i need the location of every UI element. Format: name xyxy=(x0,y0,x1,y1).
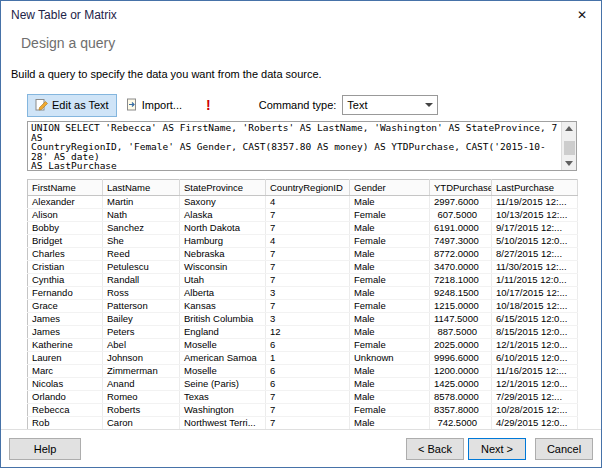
scrollbar-thumb[interactable] xyxy=(564,141,575,155)
cell-stateprovince: Moselle xyxy=(180,365,266,378)
cell-gender: Male xyxy=(350,417,430,430)
cell-gender: Male xyxy=(350,365,430,378)
cell-ytdpurchase: 2025.0000 xyxy=(430,339,492,352)
scroll-up-icon[interactable] xyxy=(565,126,573,131)
cell-gender: Female xyxy=(350,274,430,287)
cell-lastpurchase: 12/1/2015 12:0... xyxy=(492,378,578,391)
column-header-stateprovince[interactable]: StateProvince xyxy=(180,180,266,196)
cell-stateprovince: Utah xyxy=(180,274,266,287)
table-row[interactable]: CynthiaRandallUtah7Female7218.10001/11/2… xyxy=(28,274,578,287)
cell-lastname: Ross xyxy=(103,287,180,300)
table-row[interactable]: LaurenJohnsonAmerican Samoa1Unknown9996.… xyxy=(28,352,578,365)
cell-countryregionid: 7 xyxy=(266,391,350,404)
cell-stateprovince: Kansas xyxy=(180,300,266,313)
column-header-lastpurchase[interactable]: LastPurchase xyxy=(492,180,578,196)
cell-gender: Male xyxy=(350,222,430,235)
cell-lastpurchase: 12/1/2015 12:0... xyxy=(492,339,578,352)
cell-lastpurchase: 11/30/2015 12:... xyxy=(492,261,578,274)
cell-ytdpurchase: 1425.0000 xyxy=(430,378,492,391)
scroll-down-icon[interactable] xyxy=(565,161,573,166)
cell-countryregionid: 7 xyxy=(266,222,350,235)
table-row[interactable]: CristianPetulescuWisconsin7Male3470.0000… xyxy=(28,261,578,274)
table-row[interactable]: BobbySanchezNorth Dakota7Male6191.00009/… xyxy=(28,222,578,235)
cell-lastpurchase: 7/29/2015 12:... xyxy=(492,391,578,404)
new-table-or-matrix-dialog: New Table or Matrix ✕ Design a query Bui… xyxy=(0,0,602,468)
cell-countryregionid: 6 xyxy=(266,339,350,352)
edit-as-text-button[interactable]: Edit as Text xyxy=(27,94,117,117)
cell-countryregionid: 1 xyxy=(266,352,350,365)
footer: Help < Back Next > Cancel xyxy=(1,429,601,467)
cell-ytdpurchase: 2997.6000 xyxy=(430,196,492,209)
table-row[interactable]: RobCaronNorthwest Terri...7Male742.50004… xyxy=(28,417,578,430)
table-row[interactable]: NicolasAnandSeine (Paris)6Male1425.00001… xyxy=(28,378,578,391)
cell-firstname: Cynthia xyxy=(28,274,103,287)
cell-lastpurchase: 10/17/2015 12:... xyxy=(492,287,578,300)
column-header-lastname[interactable]: LastName xyxy=(103,180,180,196)
next-button[interactable]: Next > xyxy=(468,438,526,460)
query-text[interactable]: UNION SELECT 'Rebecca' AS FirstName, 'Ro… xyxy=(28,122,561,170)
command-type-value: Text xyxy=(347,99,367,111)
table-row[interactable]: KatherineAbelMoselle6Female2025.000012/1… xyxy=(28,339,578,352)
table-row[interactable]: RebeccaRobertsWashington7Female8357.8000… xyxy=(28,404,578,417)
cell-stateprovince: Northwest Terri... xyxy=(180,417,266,430)
cell-lastname: Sanchez xyxy=(103,222,180,235)
cell-stateprovince: Wisconsin xyxy=(180,261,266,274)
cell-gender: Male xyxy=(350,287,430,300)
table-row[interactable]: CharlesReedNebraska7Male8772.00008/27/20… xyxy=(28,248,578,261)
cell-gender: Male xyxy=(350,248,430,261)
grid-header-row: FirstNameLastNameStateProvinceCountryReg… xyxy=(28,180,578,196)
import-button[interactable]: Import... xyxy=(117,94,190,117)
cell-countryregionid: 7 xyxy=(266,300,350,313)
table-row[interactable]: GracePattersonKansas7Female1215.000010/1… xyxy=(28,300,578,313)
cell-lastname: She xyxy=(103,235,180,248)
help-button[interactable]: Help xyxy=(9,438,81,460)
cell-countryregionid: 12 xyxy=(266,326,350,339)
column-header-firstname[interactable]: FirstName xyxy=(28,180,103,196)
command-type-select[interactable]: Text xyxy=(342,95,438,115)
cell-stateprovince: Alaska xyxy=(180,209,266,222)
table-row[interactable]: AlisonNathAlaska7Female607.500010/13/201… xyxy=(28,209,578,222)
table-row[interactable]: AlexanderMartinSaxony4Male2997.600011/19… xyxy=(28,196,578,209)
cell-gender: Female xyxy=(350,209,430,222)
edit-as-text-label: Edit as Text xyxy=(52,99,109,111)
cell-lastname: Martin xyxy=(103,196,180,209)
cell-ytdpurchase: 7218.1000 xyxy=(430,274,492,287)
run-query-icon[interactable]: ! xyxy=(200,97,217,113)
back-button[interactable]: < Back xyxy=(406,438,464,460)
cell-lastname: Nath xyxy=(103,209,180,222)
cell-lastpurchase: 8/15/2015 12:0... xyxy=(492,326,578,339)
cell-lastpurchase: 8/27/2015 12:... xyxy=(492,248,578,261)
table-row[interactable]: OrlandoRomeoTexas7Male8578.00007/29/2015… xyxy=(28,391,578,404)
cell-ytdpurchase: 607.5000 xyxy=(430,209,492,222)
cell-lastpurchase: 1/11/2015 12:0... xyxy=(492,274,578,287)
cell-gender: Female xyxy=(350,404,430,417)
column-header-ytdpurchase[interactable]: YTDPurchase xyxy=(430,180,492,196)
cell-gender: Female xyxy=(350,235,430,248)
cell-lastname: Romeo xyxy=(103,391,180,404)
cell-countryregionid: 7 xyxy=(266,274,350,287)
cell-lastpurchase: 10/28/2015 12:... xyxy=(492,404,578,417)
cell-lastpurchase: 6/10/2015 12:0... xyxy=(492,352,578,365)
cell-firstname: Katherine xyxy=(28,339,103,352)
cell-lastname: Roberts xyxy=(103,404,180,417)
query-scrollbar[interactable] xyxy=(561,122,576,170)
cell-stateprovince: Alberta xyxy=(180,287,266,300)
column-header-countryregionid[interactable]: CountryRegionID xyxy=(266,180,350,196)
cancel-button[interactable]: Cancel xyxy=(535,438,593,460)
cell-firstname: Rebecca xyxy=(28,404,103,417)
table-row[interactable]: JamesBaileyBritish Columbia3Male1147.500… xyxy=(28,313,578,326)
cell-firstname: Lauren xyxy=(28,352,103,365)
table-row[interactable]: BridgetSheHamburg4Female7497.30005/10/20… xyxy=(28,235,578,248)
table-row[interactable]: FernandoRossAlberta3Male9248.150010/17/2… xyxy=(28,287,578,300)
cell-firstname: James xyxy=(28,326,103,339)
cell-gender: Male xyxy=(350,313,430,326)
cell-ytdpurchase: 1147.5000 xyxy=(430,313,492,326)
column-header-gender[interactable]: Gender xyxy=(350,180,430,196)
query-toolbar: Edit as Text Import... ! Command type: T… xyxy=(27,93,601,117)
cell-firstname: Rob xyxy=(28,417,103,430)
cell-lastname: Johnson xyxy=(103,352,180,365)
close-icon[interactable]: ✕ xyxy=(571,8,593,22)
table-row[interactable]: JamesPetersEngland12Male887.50008/15/201… xyxy=(28,326,578,339)
table-row[interactable]: MarcZimmermanMoselle6Male1200.000011/16/… xyxy=(28,365,578,378)
cell-ytdpurchase: 8357.8000 xyxy=(430,404,492,417)
